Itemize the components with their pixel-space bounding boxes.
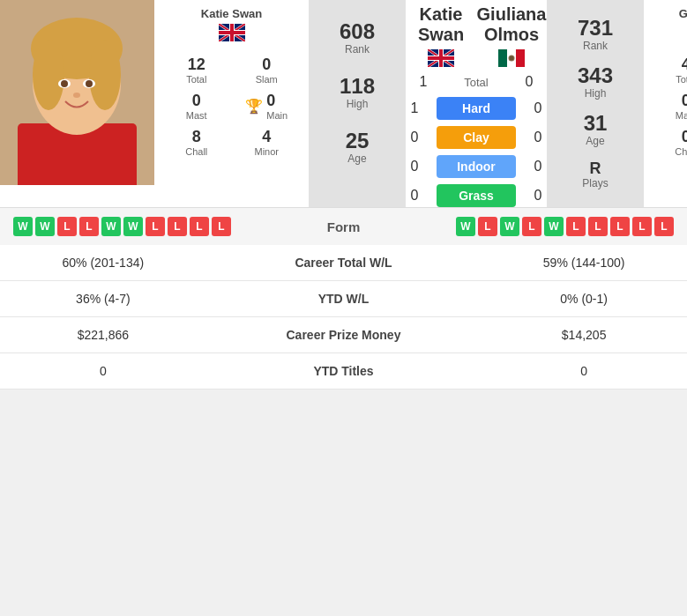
surface-clay-row: 0 Clay 0 [406,126,547,149]
right-form-8: L [610,217,630,236]
right-ytd-titles: 0 [481,353,687,390]
svg-rect-20 [219,31,245,34]
right-chall: 0 Chall [651,124,687,160]
player-right-flag [644,24,687,45]
career-wl-label: Career Total W/L [206,245,482,281]
right-form-7: L [588,217,608,236]
player-left-stats: 12 Total 0 Slam 0 Mast 🏆 0 Main [154,50,309,162]
right-age-item: 31 Age [551,113,639,147]
right-form-10: L [654,217,674,236]
svg-point-5 [33,40,64,110]
left-prize: $221,866 [0,317,206,353]
right-rank-item: 731 Rank [551,18,639,52]
left-form-2: W [35,217,55,236]
left-form-9: L [190,217,209,236]
left-plays-item [313,185,401,186]
player-right-stats: 4 Total 0 Slam 0 Mast 🏆 0 Main [644,50,687,162]
left-career-wl: 60% (201-134) [0,245,206,281]
right-form-1: W [456,217,475,236]
svg-point-6 [89,40,121,110]
header-right-name: Giuliana Olmos [476,4,547,45]
right-form-6: L [566,217,586,236]
form-label: Form [327,219,361,234]
player-left-photo [0,0,154,185]
right-form-2: L [478,217,497,236]
right-ytd-wl: 0% (0-1) [481,281,687,317]
left-form-3: L [57,217,77,236]
indoor-badge: Indoor [437,155,516,178]
right-total: 4 Total [651,52,687,88]
surface-hard-row: 1 Hard 0 [406,97,547,120]
header-right-flag [498,49,525,67]
right-form-pills: W L W L W L L L L L [456,217,674,236]
left-form-pills: W W L L W W L L L L [13,217,231,236]
right-rank-stats: 731 Rank 343 High 31 Age R Plays [547,0,644,207]
left-minor: 4 Minor [232,124,302,160]
left-form-1: W [13,217,33,236]
header-left-name: Katie Swan [406,4,476,45]
hard-badge: Hard [437,97,516,120]
left-form-10: L [212,217,231,236]
left-ytd-wl: 36% (4-7) [0,281,206,317]
prize-row: $221,866 Career Prize Money $14,205 [0,317,687,353]
right-high-item: 343 High [551,65,639,100]
left-form-8: L [168,217,187,236]
left-form-4: L [79,217,99,236]
right-form-4: L [522,217,541,236]
svg-point-34 [510,56,514,61]
left-rank-item: 608 Rank [313,21,401,56]
left-trophy-main: 🏆 0 Main [232,88,302,124]
surface-indoor-row: 0 Indoor 0 [406,155,547,178]
svg-rect-29 [428,56,454,60]
right-career-wl: 59% (144-100) [481,245,687,281]
ytd-wl-row: 36% (4-7) YTD W/L 0% (0-1) [0,281,687,317]
left-ytd-titles: 0 [0,353,206,390]
left-slam: 0 Slam [232,52,302,88]
svg-point-10 [86,80,93,87]
form-section: W W L L W W L L L L Form W L W L W L L L… [0,207,687,245]
ytd-titles-label: YTD Titles [206,353,482,390]
svg-rect-32 [516,49,525,67]
right-mast: 0 Mast [651,88,687,124]
left-mast: 0 Mast [161,88,232,124]
svg-point-9 [61,80,68,87]
left-chall: 8 Chall [161,124,232,160]
left-form-5: W [101,217,121,236]
surface-rows: 1 Hard 0 0 Clay 0 0 Indoor 0 [406,97,547,207]
career-total-wl-row: 60% (201-134) Career Total W/L 59% (144-… [0,245,687,281]
right-form-5: W [544,217,564,236]
svg-rect-31 [498,49,507,67]
svg-point-11 [73,93,80,98]
prize-label: Career Prize Money [206,317,482,353]
ytd-wl-label: YTD W/L [206,281,482,317]
left-age-item: 25 Age [313,130,401,165]
player-right-name-sub: Giuliana Olmos [644,0,687,24]
right-form-9: L [632,217,652,236]
right-plays-item: R Plays [551,160,639,189]
right-prize: $14,205 [481,317,687,353]
clay-badge: Clay [437,126,516,149]
right-form-3: W [500,217,519,236]
player-left-flag [154,24,309,45]
surface-total-row: 1 Total 0 [414,74,538,90]
player-left-name: Katie Swan [154,0,309,24]
surface-grass-row: 0 Grass 0 [406,184,547,207]
career-stats-table: 60% (201-134) Career Total W/L 59% (144-… [0,245,687,390]
header-left-flag [428,49,454,67]
ytd-titles-row: 0 YTD Titles 0 [0,353,687,390]
left-form-6: W [123,217,143,236]
left-total: 12 Total [161,52,232,88]
grass-badge: Grass [437,184,516,207]
left-form-7: L [146,217,165,236]
left-rank-stats: 608 Rank 118 High 25 Age [309,0,406,207]
center-block: Katie Swan Giuliana Olmos [406,0,547,207]
left-high-item: 118 High [313,76,401,110]
